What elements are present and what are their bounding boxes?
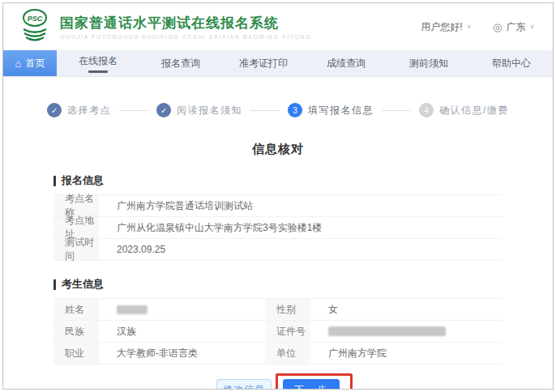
page-title: 信息核对: [3, 142, 553, 157]
svg-text:PSC: PSC: [28, 15, 43, 23]
location-icon: ◎: [493, 21, 502, 33]
registration-info-table: 考点名称 广州南方学院普通话培训测试站 考点地址 广州从化温泉镇中山大学南方学院…: [53, 194, 503, 261]
check-icon: ✓: [156, 103, 171, 117]
next-step-button[interactable]: 下一步: [283, 379, 340, 390]
header-right: 用户您好! ∨ ◎ 广东 ∨: [421, 20, 535, 34]
header: PSC 国家普通话水平测试在线报名系统 GUOJIA PUTONGHUA SHU…: [3, 3, 553, 50]
occupation-value: 大学教师-非语言类: [99, 343, 265, 364]
action-buttons: 修改信息 下一步: [53, 379, 503, 390]
section-registration-info: 报名信息: [53, 173, 503, 188]
next-button-wrap: 下一步: [283, 379, 340, 390]
section-title: 考生信息: [62, 277, 104, 292]
main-nav: ⌂ 首页 在线报名 报名查询 准考证打印 成绩查询 测前须知 帮助中心: [3, 50, 553, 77]
step-number: 3: [288, 103, 302, 117]
test-site-name-value: 广州南方学院普通话培训测试站: [99, 195, 503, 216]
progress-stepper: ✓ 选择考点 ✓ 阅读报名须知 3 填写报名信息 4 确认信息/缴费: [3, 103, 553, 117]
field-label: 性别: [265, 299, 310, 320]
home-icon: ⌂: [15, 58, 22, 69]
nav-item-home[interactable]: ⌂ 首页: [3, 50, 57, 76]
chevron-down-icon: ∨: [466, 23, 472, 30]
table-row: 测试时间 2023.09.25: [53, 239, 503, 261]
table-row: 职业 大学教师-非语言类 单位 广州南方学院: [53, 343, 503, 364]
step-label: 确认信息/缴费: [439, 104, 509, 117]
app-subtitle-pinyin: GUOJIA PUTONGHUA SHUIPING CESHI ZAIXIAN …: [60, 34, 311, 40]
step-connector: [119, 110, 148, 111]
section-candidate-info: 考生信息: [53, 277, 503, 292]
test-site-address-value: 广州从化温泉镇中山大学南方学院3号实验楼1楼: [99, 217, 503, 238]
table-row: 考点地址 广州从化温泉镇中山大学南方学院3号实验楼1楼: [53, 217, 503, 239]
nav-label: 准考证打印: [239, 57, 288, 70]
work-unit-value: 广州南方学院: [310, 343, 503, 364]
nav-label: 报名查询: [161, 57, 200, 70]
field-label: 民族: [53, 321, 99, 342]
candidate-info-table: 姓名 性别 女 民族 汉族 证件号 职业 大学教师-非语言类 单位 广州南方学院: [53, 298, 503, 364]
step-number: 4: [419, 103, 434, 117]
nav-label: 首页: [25, 57, 45, 70]
step-read-notice: ✓ 阅读报名须知: [156, 103, 242, 117]
table-row: 民族 汉族 证件号: [53, 321, 503, 343]
field-label: 单位: [265, 343, 310, 364]
redacted-name-block: [117, 305, 148, 314]
chevron-down-icon: ∨: [529, 23, 535, 30]
nav-label: 在线报名: [79, 54, 118, 68]
step-select-test-site: ✓ 选择考点: [47, 103, 111, 117]
section-bar: [53, 176, 56, 186]
gender-value: 女: [310, 299, 503, 320]
nav-item-score-query[interactable]: 成绩查询: [305, 50, 387, 76]
step-connector: [250, 110, 280, 111]
field-label: 证件号: [265, 321, 310, 342]
field-label: 姓名: [53, 299, 99, 320]
field-label: 职业: [53, 343, 99, 364]
region-label: 广东: [506, 20, 525, 34]
step-fill-registration-info: 3 填写报名信息: [288, 103, 374, 117]
name-value: [99, 299, 265, 320]
psc-logo-icon: PSC: [18, 7, 52, 46]
table-row: 考点名称 广州南方学院普通话培训测试站: [53, 195, 503, 217]
current-section-underline: [88, 70, 108, 73]
step-label: 阅读报名须知: [177, 104, 242, 117]
ethnicity-value: 汉族: [99, 321, 265, 342]
modify-info-button[interactable]: 修改信息: [216, 379, 272, 390]
step-connector: [382, 110, 411, 111]
nav-label: 测前须知: [409, 57, 448, 70]
nav-item-admission-ticket-print[interactable]: 准考证打印: [222, 50, 305, 76]
step-confirm-and-pay: 4 确认信息/缴费: [419, 103, 509, 117]
table-row: 姓名 性别 女: [53, 299, 503, 321]
nav-label: 帮助中心: [492, 57, 531, 70]
test-date-value: 2023.09.25: [99, 239, 503, 260]
user-greeting: 用户您好!: [421, 20, 462, 34]
content-area: 报名信息 考点名称 广州南方学院普通话培训测试站 考点地址 广州从化温泉镇中山大…: [53, 173, 503, 390]
check-icon: ✓: [47, 103, 62, 117]
nav-item-help-center[interactable]: 帮助中心: [470, 50, 553, 76]
app-window: PSC 国家普通话水平测试在线报名系统 GUOJIA PUTONGHUA SHU…: [2, 2, 554, 390]
brand-block: 国家普通话水平测试在线报名系统 GUOJIA PUTONGHUA SHUIPIN…: [60, 14, 311, 40]
nav-item-pretest-notice[interactable]: 测前须知: [387, 50, 470, 76]
id-number-value: [310, 321, 503, 342]
section-title: 报名信息: [62, 173, 104, 188]
section-bar: [53, 279, 56, 290]
nav-item-registration-query[interactable]: 报名查询: [139, 50, 222, 76]
user-menu[interactable]: 用户您好! ∨: [421, 20, 472, 34]
redacted-id-block: [328, 326, 446, 336]
nav-item-online-registration[interactable]: 在线报名: [57, 50, 139, 76]
field-label: 测试时间: [53, 239, 99, 260]
app-title: 国家普通话水平测试在线报名系统: [60, 14, 311, 32]
nav-label: 成绩查询: [327, 57, 366, 70]
step-label: 选择考点: [67, 104, 111, 117]
step-label: 填写报名信息: [308, 104, 374, 117]
region-selector[interactable]: ◎ 广东 ∨: [493, 20, 535, 34]
